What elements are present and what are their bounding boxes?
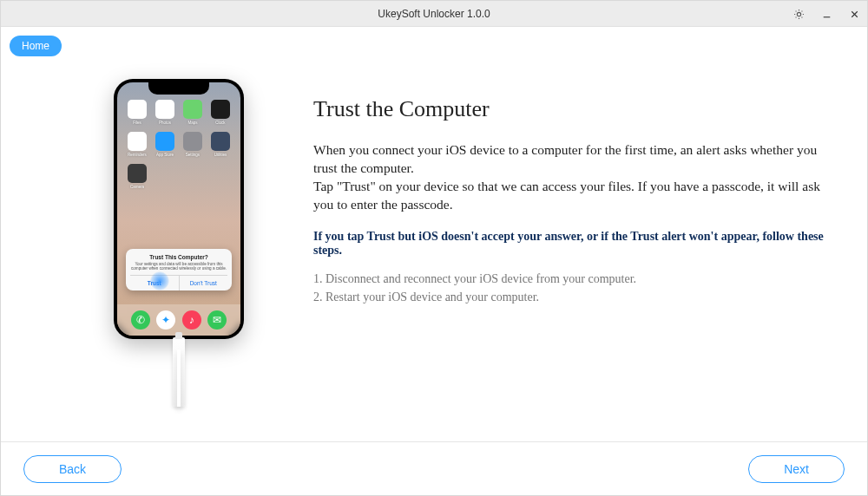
minimize-button[interactable]	[817, 4, 836, 23]
music-icon: ♪	[182, 310, 201, 330]
touch-indicator-icon	[150, 271, 169, 290]
usb-cable-icon	[173, 337, 185, 407]
messages-icon: ✉	[207, 310, 227, 330]
dialog-buttons: Trust Don't Trust	[130, 275, 227, 290]
close-icon	[849, 9, 860, 20]
troubleshoot-step-1: 1. Disconnect and reconnect your iOS dev…	[313, 270, 841, 288]
settings-button[interactable]	[789, 4, 808, 23]
instruction-paragraph-1: When you connect your iOS device to a co…	[313, 141, 841, 178]
dialog-dont-trust-button: Don't Trust	[179, 276, 228, 290]
instruction-paragraph-2: Tap "Trust" on your device so that we ca…	[313, 178, 841, 214]
trust-dialog-overlay: Trust This Computer? Your settings and d…	[117, 249, 240, 290]
app-icon-reminders: Reminders	[126, 132, 148, 157]
iphone-notch	[148, 82, 209, 95]
app-icon-app-store: App Store	[154, 132, 176, 157]
app-icon-utilities: Utilities	[209, 132, 232, 157]
app-window: UkeySoft Unlocker 1.0.0 Home FilesPhotos…	[0, 0, 868, 496]
app-icon-photos: Photos	[154, 100, 176, 125]
trust-dialog: Trust This Computer? Your settings and d…	[126, 249, 232, 290]
iphone-dock: ✆✦♪✉	[117, 304, 240, 336]
app-icon-clock: Clock	[209, 100, 232, 125]
titlebar: UkeySoft Unlocker 1.0.0	[1, 1, 867, 27]
iphone-mockup: FilesPhotosMapsClockRemindersApp StoreSe…	[114, 79, 244, 339]
gear-icon	[793, 9, 805, 20]
window-controls	[789, 1, 864, 27]
illustration-column: FilesPhotosMapsClockRemindersApp StoreSe…	[53, 79, 305, 441]
phone-icon: ✆	[131, 310, 150, 330]
instructions-column: Trust the Computer When you connect your…	[305, 79, 841, 441]
home-screen-apps: FilesPhotosMapsClockRemindersApp StoreSe…	[117, 82, 240, 193]
safari-icon: ✦	[156, 310, 175, 330]
dialog-message: Your settings and data will be accessibl…	[130, 262, 227, 271]
window-title: UkeySoft Unlocker 1.0.0	[378, 8, 490, 20]
close-button[interactable]	[845, 4, 864, 23]
app-icon-settings: Settings	[181, 132, 204, 157]
page-heading: Trust the Computer	[313, 96, 841, 122]
app-icon-files: Files	[126, 100, 148, 125]
content-area: FilesPhotosMapsClockRemindersApp StoreSe…	[1, 27, 867, 441]
iphone-screen: FilesPhotosMapsClockRemindersApp StoreSe…	[117, 82, 240, 336]
home-button[interactable]: Home	[10, 36, 62, 56]
phone-with-cable: FilesPhotosMapsClockRemindersApp StoreSe…	[114, 79, 244, 407]
footer: Back Next	[1, 441, 867, 495]
dialog-title: Trust This Computer?	[130, 254, 227, 260]
troubleshoot-note: If you tap Trust but iOS doesn't accept …	[313, 230, 841, 258]
troubleshoot-step-2: 2. Restart your iOS device and your comp…	[313, 288, 841, 306]
next-button[interactable]: Next	[748, 455, 845, 483]
app-icon-camera: Camera	[126, 164, 148, 189]
minimize-icon	[821, 9, 832, 20]
app-icon-maps: Maps	[181, 100, 204, 125]
back-button[interactable]: Back	[23, 455, 122, 483]
